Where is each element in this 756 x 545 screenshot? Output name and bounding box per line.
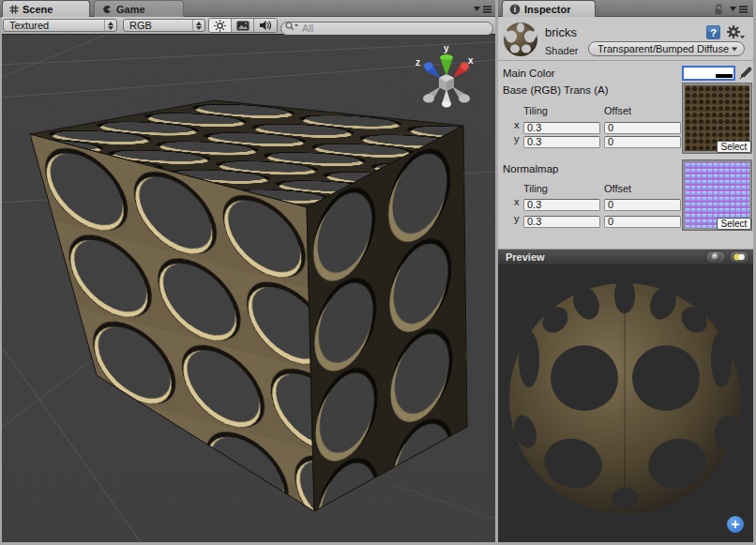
scene-view-toggles xyxy=(208,18,278,33)
help-icon[interactable]: ? xyxy=(705,24,721,40)
main-color-swatch[interactable] xyxy=(682,66,735,81)
gear-dropdown-arrow-icon xyxy=(740,36,745,39)
scene-search-input[interactable] xyxy=(280,22,493,36)
plus-icon xyxy=(731,520,740,529)
tab-inspector[interactable]: i Inspector xyxy=(502,0,596,17)
tab-game[interactable]: Game xyxy=(94,0,184,17)
normal-x-label: x xyxy=(514,196,520,207)
normalmap-select-button[interactable]: Select xyxy=(717,218,751,230)
svg-text:i: i xyxy=(514,5,517,14)
base-texture-thumbnail[interactable]: Select xyxy=(683,83,751,153)
info-icon: i xyxy=(509,4,521,15)
render-mode-value: Textured xyxy=(9,20,100,31)
preview-lighting-button[interactable] xyxy=(729,250,749,264)
shader-label: Shader xyxy=(545,45,578,56)
base-y-label: y xyxy=(514,133,520,144)
base-texture-select-button[interactable]: Select xyxy=(717,141,751,153)
eyedropper-icon[interactable] xyxy=(739,67,752,80)
channel-arrows-icon xyxy=(192,20,202,31)
material-name: bricks xyxy=(545,25,577,39)
scene-panel-menu-icon[interactable] xyxy=(473,5,492,14)
preview-header[interactable]: Preview xyxy=(498,249,753,265)
gizmo-z-label[interactable]: z xyxy=(416,57,420,68)
channel-value: RGB xyxy=(129,20,189,31)
normal-y-label: y xyxy=(514,213,520,224)
normal-offset-x-input[interactable] xyxy=(604,199,681,211)
inspector-body: bricks ? Shader Transparent/Bumped Diffu… xyxy=(498,17,753,249)
main-color-label: Main Color xyxy=(503,68,555,79)
preview-title: Preview xyxy=(506,251,705,263)
unity-editor-window: Scene Game Textured RGB xyxy=(0,0,756,545)
base-offset-label: Offset xyxy=(604,105,631,116)
scene-tab-strip: Scene Game xyxy=(0,0,495,17)
inspector-panel-menu-icon[interactable] xyxy=(729,5,748,14)
normal-tiling-x-input[interactable] xyxy=(523,199,600,211)
gizmo-y-label[interactable]: y xyxy=(444,43,449,53)
svg-text:?: ? xyxy=(710,27,717,38)
sun-icon xyxy=(214,20,226,32)
render-mode-arrows-icon xyxy=(104,20,113,31)
tab-game-label: Game xyxy=(116,4,145,15)
channel-dropdown[interactable]: RGB xyxy=(123,19,205,32)
normal-tiling-label: Tiling xyxy=(523,183,548,194)
preview-area[interactable] xyxy=(498,265,753,542)
search-icon xyxy=(285,22,299,31)
preview-sphere-render xyxy=(498,265,753,542)
render-mode-dropdown[interactable]: Textured xyxy=(3,19,117,32)
image-icon xyxy=(236,21,249,31)
preview-sphere-button[interactable] xyxy=(705,250,726,264)
base-map-label: Base (RGB) Trans (A) xyxy=(503,84,608,96)
scene-grid-icon xyxy=(9,5,19,14)
header-divider xyxy=(498,60,753,61)
left-frame xyxy=(0,17,2,542)
material-thumbnail[interactable] xyxy=(503,22,538,57)
skybox-toggle-button[interactable] xyxy=(232,19,254,32)
main-color-alpha-bar xyxy=(685,74,733,78)
tab-inspector-label: Inspector xyxy=(524,4,571,15)
sphere-icon xyxy=(711,252,720,262)
shader-value: Transparent/Bumped Diffuse xyxy=(597,43,731,54)
tab-scene-label: Scene xyxy=(23,4,53,15)
base-x-label: x xyxy=(514,119,520,130)
normal-tiling-y-input[interactable] xyxy=(523,216,600,228)
two-lights-icon xyxy=(733,252,746,262)
shader-dropdown[interactable]: Transparent/Bumped Diffuse xyxy=(588,41,745,56)
preview-zoom-button[interactable] xyxy=(727,516,744,533)
lock-icon[interactable] xyxy=(713,4,724,15)
tab-scene[interactable]: Scene xyxy=(2,0,90,17)
lighting-toggle-button[interactable] xyxy=(209,19,232,32)
normal-offset-label: Offset xyxy=(604,183,631,194)
gear-icon[interactable] xyxy=(726,24,745,40)
base-offset-y-input[interactable] xyxy=(604,136,681,148)
audio-icon xyxy=(259,20,272,31)
scene-viewport[interactable]: y x z xyxy=(0,35,495,542)
inspector-tab-strip: i Inspector xyxy=(498,0,753,17)
normalmap-label: Normalmap xyxy=(503,163,558,174)
game-icon xyxy=(101,4,113,15)
normalmap-thumbnail[interactable]: Select xyxy=(683,160,751,230)
gizmo-x-label[interactable]: x xyxy=(468,55,474,66)
scene-toolbar: Textured RGB xyxy=(0,17,495,35)
scene-search xyxy=(280,19,493,33)
normal-offset-y-input[interactable] xyxy=(604,216,681,228)
shader-dropdown-caret-icon xyxy=(732,47,737,51)
audio-toggle-button[interactable] xyxy=(254,19,277,32)
base-tiling-label: Tiling xyxy=(523,105,548,116)
base-tiling-y-input[interactable] xyxy=(523,136,600,148)
